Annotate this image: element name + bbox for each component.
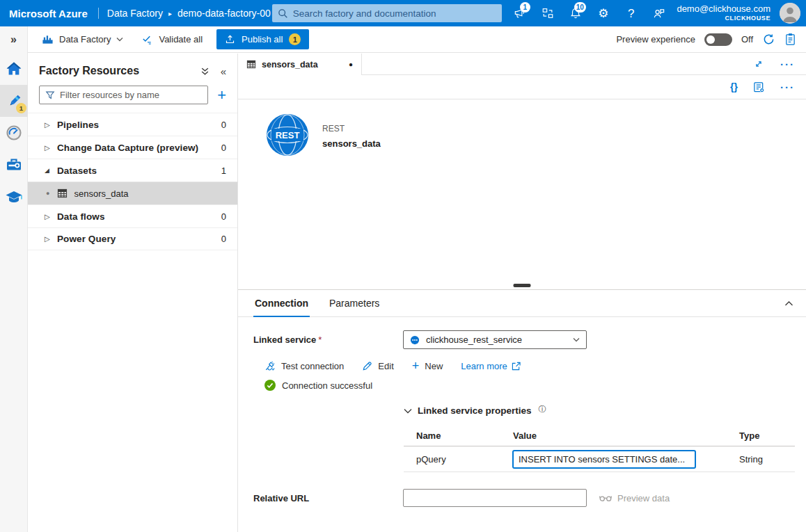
announcements-button[interactable]: 1 <box>506 0 534 26</box>
adf-studio-window: Microsoft Azure Data Factory ▸ demo-data… <box>0 0 806 532</box>
graduation-cap-icon <box>5 188 23 205</box>
tree-group-datasets[interactable]: ◢ Datasets 1 <box>28 159 237 182</box>
home-icon <box>6 61 22 77</box>
properties-icon[interactable] <box>753 81 765 93</box>
funnel-icon <box>45 90 55 100</box>
factory-resources-panel: Factory Resources « + ▷ Pipelines 0 <box>28 54 238 532</box>
rest-dataset-icon: REST <box>266 113 309 156</box>
validate-all-label: Validate all <box>159 34 203 45</box>
linked-service-icon <box>410 335 420 345</box>
expand-diagonal-icon[interactable] <box>754 59 764 69</box>
expander-icon[interactable]: ▷ <box>45 144 57 152</box>
author-changes-badge: 1 <box>16 103 26 113</box>
global-search[interactable] <box>272 4 502 22</box>
tree-group-count: 0 <box>221 234 226 244</box>
new-button[interactable]: + New <box>412 360 443 372</box>
validate-all-button[interactable]: Validate all <box>141 33 203 45</box>
properties-header[interactable]: Linked service properties ⓘ <box>404 405 795 416</box>
expander-icon[interactable]: ▷ <box>45 213 57 220</box>
chevron-up-icon[interactable] <box>784 300 793 307</box>
toolbar-right-group: Preview experience Off <box>616 33 806 46</box>
linked-service-label-text: Linked service <box>253 334 316 345</box>
help-button[interactable]: ? <box>617 0 645 26</box>
tree-group-label: Data flows <box>57 211 221 222</box>
account-email: demo@clickhouse.com <box>677 4 771 15</box>
tree-group-cdc[interactable]: ▷ Change Data Capture (preview) 0 <box>28 136 237 159</box>
nav-monitor[interactable] <box>0 117 28 149</box>
property-value-input[interactable] <box>513 451 695 468</box>
expander-expanded-icon[interactable]: ◢ <box>45 167 57 174</box>
tree-group-powerquery[interactable]: ▷ Power Query 0 <box>28 227 237 250</box>
tab-connection[interactable]: Connection <box>253 290 310 317</box>
expander-icon[interactable]: ▷ <box>45 121 57 129</box>
plug-icon <box>264 360 276 371</box>
success-check-icon <box>264 380 276 391</box>
expander-icon[interactable]: ▷ <box>45 235 57 243</box>
item-status-dot: ● <box>46 190 49 197</box>
tree-item-sensors-data[interactable]: ● sensors_data <box>28 182 237 204</box>
factory-toolbar: Data Factory Validate all Publish all 1 … <box>28 26 806 53</box>
preview-experience-state: Off <box>741 34 753 45</box>
relative-url-label: Relative URL <box>253 493 403 503</box>
search-input[interactable] <box>293 8 496 19</box>
publish-all-label: Publish all <box>242 34 283 45</box>
breadcrumb-factory-name[interactable]: demo-data-factory-00 <box>177 8 271 19</box>
panel-drag-handle[interactable] <box>514 284 531 287</box>
settings-button[interactable]: ⚙ <box>590 0 617 26</box>
template-clipboard-icon[interactable] <box>784 33 796 46</box>
tab-parameters[interactable]: Parameters <box>328 290 381 317</box>
nav-home[interactable] <box>0 53 28 85</box>
code-view-icon[interactable]: {} <box>730 81 738 92</box>
azure-brand[interactable]: Microsoft Azure <box>0 8 97 19</box>
toolbox-icon <box>6 156 22 173</box>
tree-group-dataflows[interactable]: ▷ Data flows 0 <box>28 204 237 227</box>
collapse-all-icon[interactable] <box>200 67 210 76</box>
external-link-icon <box>512 362 521 371</box>
dataset-card[interactable]: REST REST sensors_data <box>266 113 381 156</box>
add-resource-button[interactable]: + <box>214 88 229 103</box>
new-label: New <box>425 361 443 371</box>
swap-icon <box>542 7 554 19</box>
tree-group-count: 0 <box>221 120 226 130</box>
factory-menu[interactable]: Data Factory <box>42 33 123 45</box>
tree-group-label: Datasets <box>57 166 221 176</box>
account-info[interactable]: demo@clickhouse.com CLICKHOUSE <box>677 4 773 22</box>
filter-resources-input[interactable] <box>60 90 202 100</box>
test-connection-button[interactable]: Test connection <box>264 360 344 371</box>
double-chevron-right-icon: » <box>10 33 17 46</box>
relative-url-row: Relative URL Preview data <box>253 489 806 507</box>
topbar-divider <box>98 8 99 19</box>
breadcrumb-app[interactable]: Data Factory <box>107 8 163 19</box>
tree-group-pipelines[interactable]: ▷ Pipelines 0 <box>28 113 237 136</box>
linked-service-properties: Linked service properties ⓘ Name Value T… <box>404 405 795 472</box>
toggle-knob <box>706 35 715 44</box>
tab-more-icon[interactable]: ··· <box>780 59 795 70</box>
learn-more-label: Learn more <box>461 361 507 371</box>
linked-service-select[interactable]: clickhouse_rest_service <box>403 330 587 349</box>
notifications-badge: 10 <box>574 2 586 13</box>
publish-all-button[interactable]: Publish all 1 <box>216 29 309 49</box>
notifications-button[interactable]: 10 <box>562 0 590 26</box>
collapse-panel-icon[interactable]: « <box>221 65 226 77</box>
switch-context-button[interactable] <box>534 0 562 26</box>
nav-expand-button[interactable]: » <box>0 26 27 53</box>
person-feedback-icon <box>652 7 665 20</box>
chevron-down-icon <box>116 37 123 42</box>
feedback-button[interactable] <box>645 0 673 26</box>
linked-service-row: Linked service* clickhouse_rest_service <box>253 330 806 349</box>
refresh-icon[interactable] <box>762 33 775 46</box>
preview-experience-toggle[interactable] <box>704 33 732 46</box>
nav-author[interactable]: 1 <box>0 85 28 117</box>
edit-button[interactable]: Edit <box>362 361 393 371</box>
tree-group-label: Power Query <box>57 234 221 244</box>
nav-manage[interactable] <box>0 149 28 181</box>
tab-sensors-data[interactable]: sensors_data ● <box>238 54 362 75</box>
nav-learning[interactable] <box>0 181 28 213</box>
learn-more-link[interactable]: Learn more <box>461 361 520 371</box>
avatar[interactable] <box>780 3 800 24</box>
preview-data-button[interactable]: Preview data <box>599 493 670 503</box>
properties-table: Name Value Type pQuery String <box>404 425 795 472</box>
relative-url-input[interactable] <box>403 489 587 507</box>
filter-resources-field[interactable] <box>39 86 208 104</box>
editor-more-icon[interactable]: ··· <box>780 82 795 92</box>
